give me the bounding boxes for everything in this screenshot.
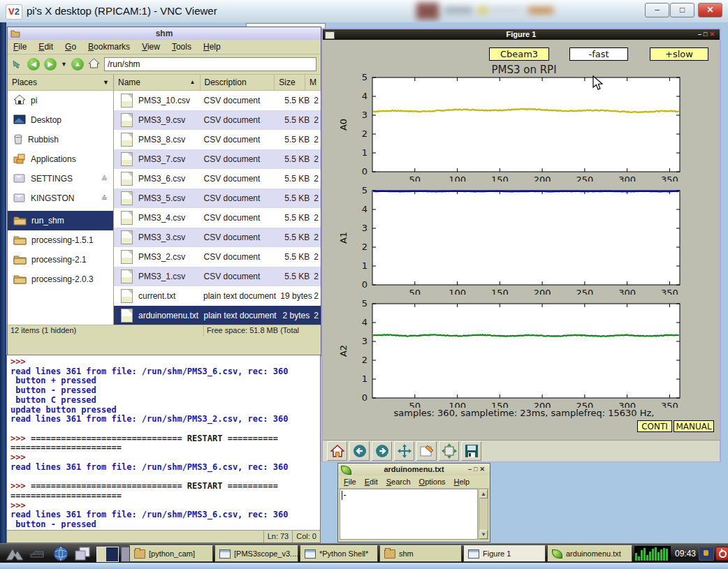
subplots-icon[interactable] [439,441,459,461]
column-header-modified[interactable]: M [305,75,321,90]
menu-edit[interactable]: Edit [38,42,53,52]
file-row-PMS3_1.csv[interactable]: PMS3_1.csvCSV document5.5 KB2 [114,267,321,286]
file-row-current.txt[interactable]: current.txtplain text document19 bytes2 [114,286,321,306]
minimize-button[interactable]: – [645,3,669,17]
file-row-PMS3_9.csv[interactable]: PMS3_9.csvCSV document5.5 KB2 [114,110,321,130]
forward-icon[interactable] [372,441,392,461]
svg-text:300: 300 [618,175,636,182]
menu-tools[interactable]: Tools [172,42,191,52]
pager-desktop-1[interactable] [96,547,119,562]
places-dropdown-icon[interactable]: ▼ [103,79,109,86]
save-icon[interactable] [461,441,481,461]
place-item-run_shm[interactable]: run_shm [8,211,113,230]
back-button[interactable]: ◀ [27,58,40,71]
file-row-PMS3_7.csv[interactable]: PMS3_7.csvCSV document5.5 KB2 [114,149,321,169]
figure-titlebar[interactable]: Figure 1 –□✕ [323,29,720,40]
svg-text:0: 0 [362,392,367,403]
app-menu-icon[interactable] [6,546,22,561]
window-menu-icon[interactable] [325,31,335,39]
figure-button-fast[interactable]: -fast [569,47,628,61]
vnc-window-bottom-border [0,563,728,569]
column-header-size[interactable]: Size [275,75,305,90]
close-button[interactable]: ✕ [698,3,722,17]
maximize-button[interactable]: □ [670,3,694,17]
taskbar-button-arduinomenutxt[interactable]: arduinomenu.txt [547,545,632,562]
menu-go[interactable]: Go [65,42,76,52]
mode-button-conti[interactable]: CONTI [637,420,672,432]
file-manager-launcher-icon[interactable] [29,546,46,561]
place-item-processing-2.1[interactable]: processing-2.1 [8,250,113,269]
menu-bookmarks[interactable]: Bookmarks [88,42,130,52]
editor-scrollbar[interactable]: ▲ ▼ [479,489,488,540]
file-row-PMS3_2.csv[interactable]: PMS3_2.csvCSV document5.5 KB2 [114,247,321,267]
iconify-all-icon[interactable] [74,546,91,561]
eject-icon[interactable]: ≙ [101,194,108,203]
zoom-icon[interactable] [416,441,437,461]
column-header-name[interactable]: Name▲ [114,75,201,90]
apps-icon [13,153,26,166]
mode-button-manual[interactable]: MANUAL [674,420,714,432]
cpu-monitor[interactable] [634,546,671,561]
place-label: run_shm [31,216,64,226]
taskbar-button-pythoncam[interactable]: [python_cam] [129,545,213,562]
scroll-up-button[interactable]: ▲ [479,489,488,498]
menu-file[interactable]: File [13,42,27,52]
remote-desktop: shm FileEditGoBookmarksViewToolsHelp ◀ ▶… [0,22,728,569]
figure-close-icon[interactable]: ✕ [709,31,717,38]
forward-button[interactable]: ▶ [44,58,57,71]
eject-icon[interactable]: ≙ [101,175,108,184]
file-row-PMS3_8.csv[interactable]: PMS3_8.csvCSV document5.5 KB2 [114,130,321,149]
editor-menu-search[interactable]: Search [386,478,411,486]
editor-menu-help[interactable]: Help [454,478,470,486]
place-item-rubbish[interactable]: Rubbish [8,130,113,149]
home-button[interactable] [88,58,100,71]
place-item-pi[interactable]: pi [8,91,113,110]
place-item-processing-2.0.3[interactable]: processing-2.0.3 [8,269,113,289]
home-icon[interactable] [327,441,347,461]
place-item-applications[interactable]: Applications [8,149,113,169]
file-row-arduinomenu.txt[interactable]: arduinomenu.txtplain text document2 byte… [114,306,321,325]
file-row-PMS3_6.csv[interactable]: PMS3_6.csvCSV document5.5 KB2 [114,169,321,189]
history-dropdown-icon[interactable]: ▼ [61,61,67,68]
file-row-PMS3_10.csv[interactable]: PMS3_10.csvCSV document5.5 KB2 [114,91,321,110]
menu-view[interactable]: View [142,42,160,52]
editor-menu-edit[interactable]: Edit [365,478,378,486]
taskbar-button-pms3scopev3[interactable]: [PMS3scope_v3.... [214,545,298,562]
file-row-PMS3_3.csv[interactable]: PMS3_3.csvCSV document5.5 KB2 [114,228,321,247]
place-item-settings[interactable]: SETTINGS≙ [8,169,113,189]
taskbar-button-pythonshell[interactable]: *Python Shell* [300,545,378,562]
editor-textarea[interactable]: - [340,489,478,540]
editor-minimize-icon[interactable]: – [468,466,474,473]
shell-output[interactable]: >>> read lines 361 from file: /run/shm/P… [10,357,319,529]
figure-button-slow[interactable]: +slow [650,47,708,61]
logout-power-button[interactable] [715,547,728,561]
menu-help[interactable]: Help [203,42,221,52]
file-row-PMS3_4.csv[interactable]: PMS3_4.csvCSV document5.5 KB2 [114,208,321,228]
up-button[interactable]: ▲ [71,58,84,71]
place-item-kingston[interactable]: KINGSTON≙ [8,189,113,208]
vnc-logo-2: 2 [15,6,20,17]
scroll-down-button[interactable]: ▼ [479,530,488,539]
svg-text:2: 2 [362,128,367,139]
editor-menu-options[interactable]: Options [419,478,446,486]
editor-titlebar[interactable]: arduinomenu.txt –□✕ [338,464,490,475]
figure-minimize-icon[interactable]: – [698,31,704,38]
column-header-description[interactable]: Description [201,75,275,90]
place-item-processing-1.5.1[interactable]: processing-1.5.1 [8,230,113,250]
back-icon[interactable] [349,441,370,461]
path-input[interactable] [104,57,316,71]
place-item-desktop[interactable]: Desktop [8,110,113,130]
screenlock-icon[interactable] [699,547,714,561]
pan-icon[interactable] [394,441,414,461]
background-window-border [0,22,6,543]
file-manager-titlebar[interactable]: shm [8,27,321,40]
file-row-PMS3_5.csv[interactable]: PMS3_5.csvCSV document5.5 KB2 [114,189,321,208]
figure-button-Cbeam3[interactable]: Cbeam3 [489,47,549,61]
taskbar-button-figure1[interactable]: Figure 1 [463,545,546,562]
web-browser-icon[interactable] [53,546,70,561]
side-pane-icon[interactable] [12,59,23,71]
editor-menu-file[interactable]: File [344,478,356,486]
places-header[interactable]: Places ▼ [8,75,113,91]
editor-close-icon[interactable]: ✕ [479,466,487,473]
taskbar-button-shm[interactable]: shm [379,545,462,562]
